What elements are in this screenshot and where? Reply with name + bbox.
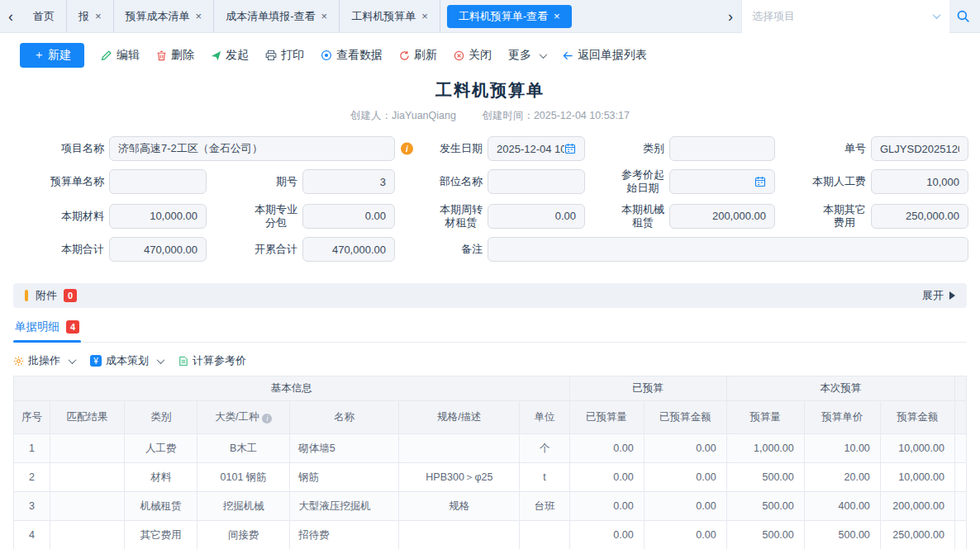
yen-icon: ¥ <box>90 355 102 367</box>
column-header: 预算金额 <box>880 401 954 434</box>
table-cell: 1 <box>14 434 50 463</box>
column-header: 已预算金额 <box>644 401 726 434</box>
subcontract-input[interactable]: 0.00 <box>302 204 395 229</box>
tab-detail-lines[interactable]: 单据明细 4 <box>13 319 81 342</box>
info-icon[interactable]: i <box>262 414 272 424</box>
project-name-value: 济邹高速7-2工区（金石公司） <box>118 141 386 156</box>
project-select[interactable]: 选择项目 <box>741 0 949 33</box>
machine-rent-input[interactable]: 200,000.00 <box>669 204 775 229</box>
print-button[interactable]: 打印 <box>265 48 304 63</box>
gear-icon <box>13 356 24 367</box>
machine-rent-label: 本期机械 租赁 <box>590 203 664 230</box>
calc-reference-price-button[interactable]: 计算参考价 <box>178 353 246 368</box>
cut-column <box>954 463 966 492</box>
chevron-down-icon <box>69 356 77 364</box>
delete-button[interactable]: 删除 <box>156 48 194 63</box>
tab-close-icon[interactable]: × <box>554 10 560 22</box>
column-header: 单位 <box>520 401 569 434</box>
tab-item[interactable]: 预算成本清单× <box>114 0 215 32</box>
material-label: 本期材料 <box>12 210 104 223</box>
tab-close-icon[interactable]: × <box>421 10 428 22</box>
occur-date-input[interactable]: 2025-12-04 10: <box>488 136 585 161</box>
tabs-scroll-right-icon[interactable]: › <box>720 0 741 33</box>
close-button[interactable]: 关闭 <box>454 48 492 63</box>
accum-total-input[interactable]: 470,000.00 <box>302 237 395 262</box>
calendar-icon[interactable] <box>754 176 766 187</box>
tab-item[interactable]: 报× <box>67 0 114 32</box>
ref-price-date-input[interactable] <box>669 169 775 194</box>
tabs-scroll-left-icon[interactable]: ‹ <box>0 0 21 33</box>
view-data-button[interactable]: 查看数据 <box>321 48 383 63</box>
calc-reference-price-label: 计算参考价 <box>193 353 246 368</box>
search-icon[interactable] <box>956 9 970 23</box>
column-header: 序号 <box>14 401 50 434</box>
back-to-list-button[interactable]: 返回单据列表 <box>563 48 647 63</box>
table-cell: 间接费 <box>197 521 290 549</box>
occur-date-value: 2025-12-04 10: <box>497 143 564 155</box>
cut-column <box>954 492 966 521</box>
cost-planning-button[interactable]: ¥ 成本策划 <box>90 353 164 368</box>
table-cell: 2 <box>14 463 50 492</box>
tab-close-icon[interactable]: × <box>95 10 102 22</box>
tab-active[interactable]: 工料机预算单-查看× <box>447 5 572 28</box>
calendar-icon[interactable] <box>564 143 576 154</box>
other-cost-label: 本期其它 费用 <box>780 203 866 230</box>
part-name-label: 部位名称 <box>400 175 483 188</box>
period-no-label: 期号 <box>212 175 297 188</box>
trash-icon <box>156 50 167 61</box>
table-row[interactable]: 2材料0101 钢筋钢筋HPB300＞φ25t0.000.00500.0020.… <box>14 463 967 492</box>
edit-button[interactable]: 编辑 <box>101 48 140 63</box>
view-data-label: 查看数据 <box>336 48 383 63</box>
tab-item[interactable]: 工料机预算单× <box>340 0 440 32</box>
triangle-right-icon <box>949 291 955 300</box>
toolbar: ＋ 新建 编辑 删除 发起 打印 查看数据 刷新 关闭 更多 返回单据列表 <box>0 41 980 69</box>
budget-name-input[interactable] <box>109 169 207 194</box>
column-header: 预算量 <box>726 401 804 434</box>
table-row[interactable]: 4其它费用间接费招待费0.000.00500.00500.00250,000.0… <box>14 521 967 549</box>
new-button[interactable]: ＋ 新建 <box>20 43 84 68</box>
refresh-button[interactable]: 刷新 <box>399 48 437 63</box>
other-cost-value: 250,000.00 <box>906 210 959 222</box>
tab-item[interactable]: 成本清单填报-查看× <box>214 0 340 32</box>
doc-no-input[interactable]: GLJYSD202512040 <box>871 136 968 161</box>
table-cell: 500.00 <box>726 463 804 492</box>
turnover-rent-input[interactable]: 0.00 <box>488 204 585 229</box>
tab-close-icon[interactable]: × <box>196 10 202 22</box>
more-button[interactable]: 更多 <box>508 48 546 63</box>
refresh-label: 刷新 <box>414 48 437 63</box>
table-cell <box>520 521 569 549</box>
column-header: 规格/描述 <box>399 401 520 434</box>
table-cell: 个 <box>520 434 569 463</box>
material-input[interactable]: 10,000.00 <box>109 204 207 229</box>
attachment-label: 附件 <box>36 288 57 303</box>
expand-button[interactable]: 展开 <box>922 288 955 303</box>
table-row[interactable]: 1人工费B木工砌体墙5个0.000.001,000.0010.0010,000.… <box>14 434 967 463</box>
table-row[interactable]: 3机械租赁挖掘机械大型液压挖掘机规格台班0.000.00500.00400.00… <box>14 492 967 521</box>
tab-close-icon[interactable]: × <box>321 10 328 22</box>
category-input[interactable] <box>669 136 775 161</box>
detail-table-wrap: 基本信息已预算本次预算序号匹配结果类别大类/工种i名称规格/描述单位已预算量已预… <box>13 376 967 549</box>
table-cell: 500.00 <box>804 521 880 549</box>
tab-list: 首页报×预算成本清单×成本清单填报-查看×工料机预算单×工料机预算单-查看× <box>21 0 720 32</box>
labor-cost-input[interactable]: 10,000 <box>871 169 968 194</box>
tab-item[interactable]: 首页 <box>21 0 67 32</box>
table-cell: 0.00 <box>644 463 726 492</box>
accum-total-label: 开累合计 <box>212 243 297 256</box>
batch-operation-button[interactable]: 批操作 <box>13 353 75 368</box>
project-select-placeholder: 选择项目 <box>752 9 929 24</box>
pencil-icon <box>101 50 112 61</box>
project-name-input[interactable]: 济邹高速7-2工区（金石公司） <box>109 136 395 161</box>
attachment-bar[interactable]: 附件 0 展开 <box>13 283 967 308</box>
other-cost-input[interactable]: 250,000.00 <box>871 204 968 229</box>
part-name-input[interactable] <box>488 169 585 194</box>
info-icon[interactable]: i <box>401 143 413 155</box>
current-total-input[interactable]: 470,000.00 <box>109 237 207 262</box>
table-cell: 挖掘机械 <box>197 492 290 521</box>
labor-cost-label: 本期人工费 <box>780 175 866 188</box>
table-cell: 500.00 <box>726 492 804 521</box>
tab-label: 报 <box>78 9 89 24</box>
launch-button[interactable]: 发起 <box>211 48 249 63</box>
period-no-input[interactable]: 3 <box>302 169 395 194</box>
remark-input[interactable] <box>488 237 968 262</box>
tab-label: 工料机预算单 <box>351 9 416 24</box>
